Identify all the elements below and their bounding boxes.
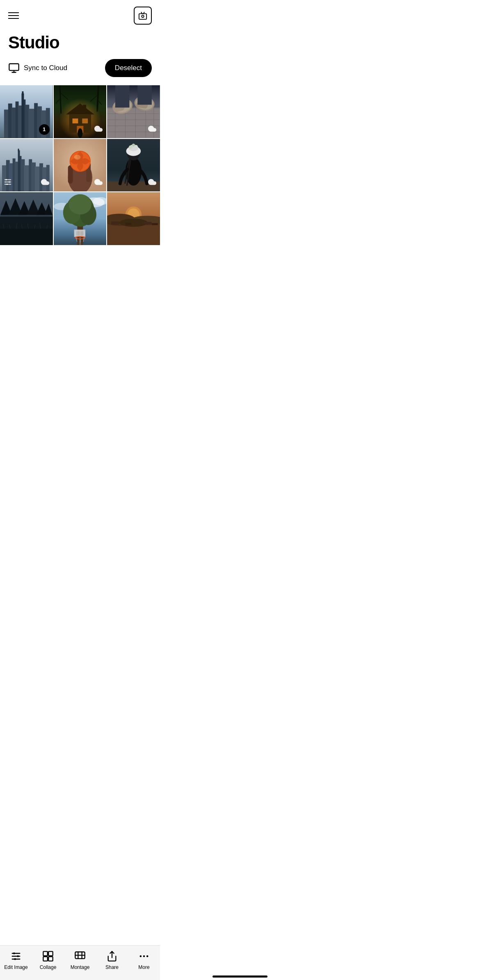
photo-cell[interactable]: [0, 192, 53, 245]
photo-cell[interactable]: [54, 85, 107, 138]
header: [0, 0, 160, 29]
svg-rect-19: [22, 91, 23, 95]
svg-rect-70: [18, 150, 20, 191]
camera-icon: [138, 11, 147, 20]
photo-cell[interactable]: [0, 139, 53, 192]
photo-cell[interactable]: [107, 139, 160, 192]
photo-render: [0, 192, 53, 245]
menu-button[interactable]: [8, 12, 19, 19]
photo-render: [107, 192, 160, 245]
page-title: Studio: [0, 29, 160, 59]
photo-cell[interactable]: 1: [0, 85, 53, 138]
svg-point-75: [6, 179, 7, 181]
selection-badge: 1: [39, 124, 50, 135]
svg-rect-32: [82, 118, 88, 123]
svg-point-124: [69, 194, 91, 214]
photo-cell[interactable]: [54, 139, 107, 192]
deselect-button[interactable]: Deselect: [105, 59, 152, 77]
svg-rect-107: [0, 229, 53, 245]
svg-point-95: [135, 145, 138, 148]
cloud-icon: [94, 124, 103, 135]
svg-rect-54: [138, 85, 152, 105]
svg-point-96: [132, 143, 135, 146]
svg-rect-140: [126, 223, 132, 225]
cloud-icon: [148, 177, 157, 188]
svg-rect-142: [152, 223, 158, 225]
svg-rect-71: [18, 148, 19, 151]
photo-render: [54, 192, 107, 245]
photo-cell[interactable]: [54, 192, 107, 245]
svg-point-34: [78, 128, 82, 138]
svg-rect-31: [72, 118, 78, 123]
svg-point-1: [142, 15, 144, 18]
svg-point-87: [74, 155, 80, 159]
monitor-icon: [8, 62, 20, 74]
svg-rect-53: [115, 85, 130, 107]
cloud-icon: [94, 177, 103, 188]
svg-rect-63: [24, 165, 30, 191]
sync-label: Sync to Cloud: [24, 64, 67, 72]
svg-rect-0: [139, 14, 146, 19]
camera-button[interactable]: [134, 7, 152, 25]
sliders-icon: [3, 177, 12, 188]
photo-cell[interactable]: [107, 85, 160, 138]
photo-cell[interactable]: [107, 192, 160, 245]
sync-to-cloud-button[interactable]: Sync to Cloud: [8, 62, 67, 74]
svg-rect-106: [0, 215, 53, 217]
svg-point-77: [6, 184, 8, 185]
svg-rect-30: [83, 105, 86, 112]
svg-point-94: [129, 146, 133, 149]
cloud-icon: [148, 124, 157, 135]
svg-rect-139: [111, 222, 119, 225]
svg-rect-18: [21, 93, 24, 138]
svg-rect-2: [9, 64, 18, 70]
svg-rect-141: [142, 222, 152, 225]
svg-rect-13: [28, 109, 35, 138]
svg-point-76: [9, 181, 10, 183]
photo-grid: 1: [0, 85, 160, 245]
cloud-icon: [41, 177, 50, 188]
sync-bar: Sync to Cloud Deselect: [0, 59, 160, 85]
